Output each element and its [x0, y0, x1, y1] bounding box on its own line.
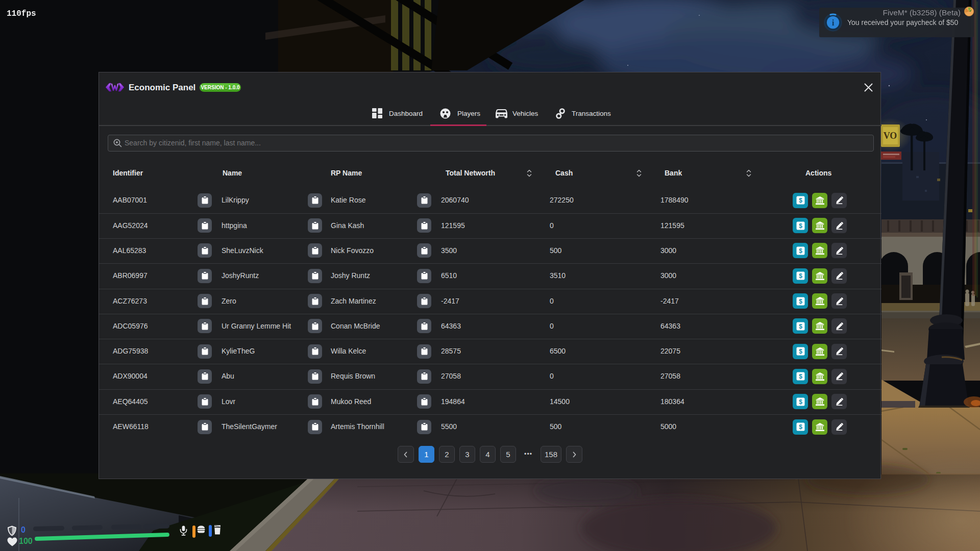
svg-text:$: $	[799, 197, 802, 204]
svg-text:$: $	[799, 272, 802, 280]
svg-text:$: $	[799, 297, 802, 305]
svg-text:$: $	[799, 323, 802, 330]
svg-text:$: $	[799, 348, 802, 355]
svg-text:VO: VO	[884, 131, 897, 141]
svg-text:i: i	[832, 18, 835, 28]
svg-text:$: $	[799, 423, 802, 431]
svg-text:$: $	[799, 398, 802, 405]
svg-text:$: $	[799, 373, 802, 380]
svg-text:$: $	[799, 247, 802, 255]
svg-text:$: $	[799, 222, 802, 229]
